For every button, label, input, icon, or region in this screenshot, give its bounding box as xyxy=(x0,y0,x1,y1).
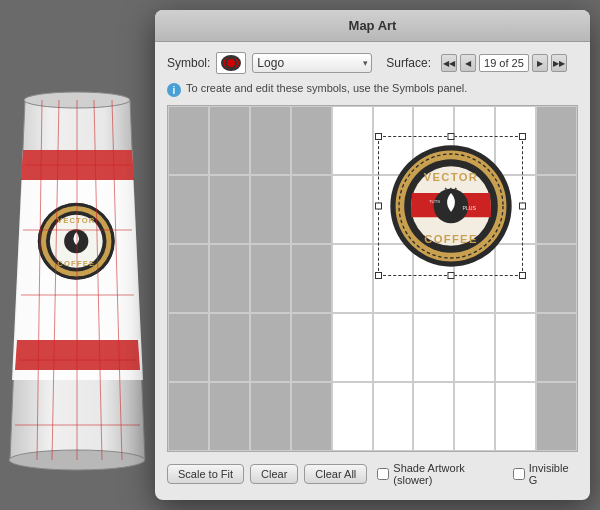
grid-cell xyxy=(536,244,577,313)
grid-cell xyxy=(209,313,250,382)
grid-cell xyxy=(168,313,209,382)
grid-cell xyxy=(332,382,373,451)
logo-inner: VECTOR COFFEE PLUS TUTS ★ ★ ★ xyxy=(379,137,522,275)
shade-artwork-group[interactable]: Shade Artwork (slower) xyxy=(377,462,503,486)
badge-logo-svg: VECTOR COFFEE PLUS TUTS ★ ★ ★ xyxy=(386,141,516,271)
preview-area[interactable]: VECTOR COFFEE PLUS TUTS ★ ★ ★ xyxy=(167,105,578,452)
svg-text:COFFEE: COFFEE xyxy=(424,233,477,245)
grid-cell xyxy=(413,382,454,451)
grid-cell xyxy=(454,313,495,382)
dialog-body: Symbol: Logo ▾ Surface: ◀◀ ◀ 19 of 25 ▶ … xyxy=(155,42,590,500)
button-row: Scale to Fit Clear Clear All Shade Artwo… xyxy=(167,462,578,490)
svg-text:VECTOR: VECTOR xyxy=(423,171,477,183)
grid-cell xyxy=(332,244,373,313)
symbol-icon xyxy=(221,55,241,71)
grid-cell xyxy=(168,175,209,244)
symbol-row: Symbol: Logo ▾ Surface: ◀◀ ◀ 19 of 25 ▶ … xyxy=(167,52,578,74)
logo-overlay[interactable]: VECTOR COFFEE PLUS TUTS ★ ★ ★ xyxy=(378,136,523,276)
grid-cell xyxy=(209,244,250,313)
grid-cell xyxy=(332,175,373,244)
cup-area: VECTOR COFFEE xyxy=(0,30,165,490)
svg-text:★ ★ ★: ★ ★ ★ xyxy=(443,186,457,191)
info-icon: i xyxy=(167,83,181,97)
grid-cell xyxy=(454,382,495,451)
grid-cell xyxy=(250,106,291,175)
grid-cell xyxy=(250,175,291,244)
grid-cell xyxy=(250,313,291,382)
grid-cell xyxy=(291,313,332,382)
scale-to-fit-button[interactable]: Scale to Fit xyxy=(167,464,244,484)
clear-all-button[interactable]: Clear All xyxy=(304,464,367,484)
surface-controls: ◀◀ ◀ 19 of 25 ▶ ▶▶ xyxy=(441,54,567,72)
dialog-titlebar: Map Art xyxy=(155,10,590,42)
prev-page-button[interactable]: ◀ xyxy=(460,54,476,72)
surface-label: Surface: xyxy=(386,56,431,70)
grid-cell xyxy=(291,382,332,451)
grid-cell xyxy=(536,313,577,382)
svg-text:PLUS: PLUS xyxy=(462,205,476,211)
grid-cell xyxy=(291,106,332,175)
invisible-geometry-checkbox[interactable] xyxy=(513,468,525,480)
grid-cell xyxy=(168,382,209,451)
grid-cell xyxy=(332,313,373,382)
next-page-button[interactable]: ▶ xyxy=(532,54,548,72)
symbol-select[interactable]: Logo xyxy=(252,53,372,73)
grid-cell xyxy=(536,106,577,175)
grid-cell xyxy=(168,106,209,175)
grid-cell xyxy=(373,313,414,382)
grid-cell xyxy=(209,175,250,244)
grid-cell xyxy=(536,382,577,451)
grid-cell xyxy=(291,244,332,313)
grid-cell xyxy=(495,382,536,451)
surface-count: 19 of 25 xyxy=(479,54,529,72)
shade-artwork-checkbox[interactable] xyxy=(377,468,389,480)
last-page-button[interactable]: ▶▶ xyxy=(551,54,567,72)
grid-cell xyxy=(413,313,454,382)
canvas-background: VECTOR COFFEE Map Art xyxy=(0,0,600,510)
info-row: i To create and edit these symbols, use … xyxy=(167,82,578,97)
clear-button[interactable]: Clear xyxy=(250,464,298,484)
symbol-label: Symbol: xyxy=(167,56,210,70)
grid-cell xyxy=(250,244,291,313)
shade-artwork-label: Shade Artwork (slower) xyxy=(393,462,503,486)
map-art-dialog: Map Art Symbol: Logo ▾ Surface: ◀◀ ◀ xyxy=(155,10,590,500)
grid-cell xyxy=(291,175,332,244)
dialog-title: Map Art xyxy=(349,18,397,33)
grid-cell xyxy=(168,244,209,313)
invisible-geometry-label: Invisible G xyxy=(529,462,578,486)
grid-cell xyxy=(209,382,250,451)
symbol-icon-box xyxy=(216,52,246,74)
svg-text:TUTS: TUTS xyxy=(428,199,439,204)
grid-cell xyxy=(209,106,250,175)
svg-text:COFFEE: COFFEE xyxy=(57,259,95,268)
symbol-select-wrapper[interactable]: Logo ▾ xyxy=(252,53,372,73)
grid-cell xyxy=(250,382,291,451)
grid-cell xyxy=(332,106,373,175)
info-text: To create and edit these symbols, use th… xyxy=(186,82,467,94)
grid-cell xyxy=(536,175,577,244)
cup-svg: VECTOR COFFEE xyxy=(5,70,150,490)
grid-cell xyxy=(495,313,536,382)
grid-cell xyxy=(373,382,414,451)
invisible-geometry-group[interactable]: Invisible G xyxy=(513,462,578,486)
first-page-button[interactable]: ◀◀ xyxy=(441,54,457,72)
svg-text:VECTOR: VECTOR xyxy=(57,216,96,225)
